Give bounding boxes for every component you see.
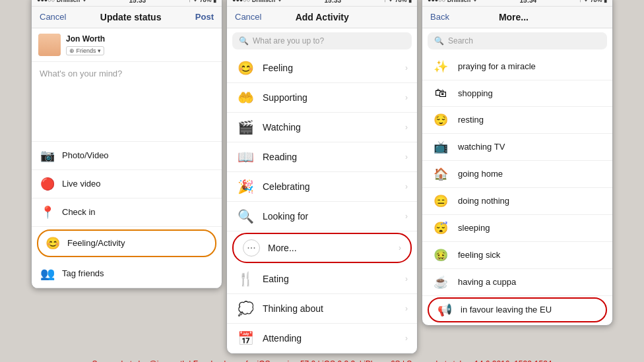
praying-label: praying for a miracle	[458, 61, 536, 71]
user-name: Jon Worth	[66, 34, 105, 44]
doing-nothing-icon: 😑	[432, 194, 450, 208]
feeling-sick-label: feeling sick	[458, 250, 500, 260]
carrier-1: ●●●○○ Drillisch ✦	[37, 0, 87, 3]
phone-2: ●●●○○ Drillisch ✦ 15:33 ↑ ✦ 78% ▮ Cancel…	[226, 0, 418, 354]
chevron-feeling: ›	[405, 63, 408, 73]
nav-bar-2: Cancel Add Activity	[227, 7, 417, 28]
list-item-feeling[interactable]: 😊 Feeling ›	[227, 53, 417, 83]
list-item-eating[interactable]: 🍴 Eating ›	[227, 264, 417, 294]
search-placeholder-3: Search	[448, 36, 473, 45]
eating-label: Eating	[263, 274, 289, 284]
user-info: Jon Worth ⊕ Friends ▾	[66, 34, 105, 55]
thinking-icon: 💭	[236, 301, 255, 317]
cancel-button-1[interactable]: Cancel	[40, 12, 66, 22]
doing-nothing-label: doing nothing	[458, 196, 509, 206]
more-item-watching-tv[interactable]: 📺 watching TV	[422, 134, 612, 161]
nav-title-1: Update status	[100, 12, 162, 22]
search-bar-3[interactable]: 🔍 Search	[428, 32, 607, 49]
post-button[interactable]: Post	[195, 12, 214, 22]
caption: Screenshots by @jonworth | Facebook app …	[5, 359, 639, 363]
status-bar-1: ●●●○○ Drillisch ✦ 15:33 ↑ ✦ 78% ▮	[32, 0, 222, 7]
status-bar-2: ●●●○○ Drillisch ✦ 15:33 ↑ ✦ 78% ▮	[227, 0, 417, 7]
time-1: 15:33	[129, 0, 146, 4]
more-list: ✨ praying for a miracle 🛍 shopping 😌 res…	[422, 53, 612, 322]
user-row: Jon Worth ⊕ Friends ▾	[32, 28, 222, 62]
list-item-supporting[interactable]: 🤲 Supporting ›	[227, 83, 417, 113]
chevron-thinking: ›	[405, 304, 408, 313]
carrier-3: ●●●○○ Drillisch ✦	[428, 0, 478, 3]
action-check-in[interactable]: 📍 Check in	[32, 198, 222, 227]
screenshots-container: ●●●○○ Drillisch ✦ 15:33 ↑ ✦ 78% ▮ Cancel…	[31, 0, 613, 354]
icons-1: ↑ ✦ 78% ▮	[188, 0, 216, 3]
eu-label: in favour leaving the EU	[461, 305, 552, 315]
resting-label: resting	[458, 115, 484, 125]
list-item-looking[interactable]: 🔍 Looking for ›	[227, 202, 417, 231]
more-item-praying[interactable]: ✨ praying for a miracle	[422, 53, 612, 80]
thinking-label: Thinking about	[263, 303, 323, 314]
more-label: More...	[268, 243, 297, 253]
more-item-eu[interactable]: 📢 in favour leaving the EU	[428, 297, 607, 322]
friends-label: ⊕ Friends ▾	[69, 47, 101, 54]
resting-icon: 😌	[432, 113, 450, 127]
action-label-live: Live video	[62, 179, 101, 189]
nav-title-3: More...	[499, 12, 529, 22]
status-bar-3: ●●●○○ Drillisch ✦ 15:34 ↑ ✦ 78% ▮	[422, 0, 612, 7]
list-item-thinking[interactable]: 💭 Thinking about ›	[227, 294, 417, 324]
chevron-reading: ›	[405, 152, 408, 162]
location-icon: 📍	[40, 205, 55, 220]
avatar	[38, 34, 61, 56]
cuppa-label: having a cuppa	[458, 277, 516, 287]
camera-icon: 📷	[40, 148, 55, 163]
chevron-more: ›	[399, 243, 401, 253]
action-live-video[interactable]: 🔴 Live video	[32, 170, 222, 198]
action-feeling[interactable]: 😊 Feeling/Activity	[37, 229, 216, 257]
friends-badge[interactable]: ⊕ Friends ▾	[66, 46, 104, 55]
action-label-checkin: Check in	[62, 207, 96, 217]
more-item-sleeping[interactable]: 😴 sleeping	[422, 215, 612, 242]
going-home-label: going home	[458, 169, 503, 179]
sick-icon: 🤢	[432, 248, 450, 262]
watching-icon: 🎬	[236, 119, 255, 135]
icons-2: ↑ ✦ 78% ▮	[383, 0, 412, 3]
search-bar-2[interactable]: 🔍 What are you up to?	[232, 32, 412, 49]
more-item-shopping[interactable]: 🛍 shopping	[422, 80, 612, 107]
supporting-icon: 🤲	[236, 90, 255, 106]
cuppa-icon: ☕	[432, 275, 450, 289]
icons-3: ↑ ✦ 78% ▮	[579, 0, 607, 3]
status-input[interactable]: What's on your mind?	[32, 62, 222, 115]
activity-list: 😊 Feeling › 🤲 Supporting › 🎬 Watching ›	[227, 53, 417, 353]
reading-icon: 📖	[236, 149, 255, 165]
more-item-feeling-sick[interactable]: 🤢 feeling sick	[422, 242, 612, 269]
shopping-icon: 🛍	[432, 86, 450, 100]
time-3: 15:34	[520, 0, 537, 4]
attending-label: Attending	[263, 333, 302, 344]
eating-icon: 🍴	[236, 271, 255, 287]
more-item-doing-nothing[interactable]: 😑 doing nothing	[422, 188, 612, 215]
list-item-attending[interactable]: 📅 Attending ›	[227, 324, 417, 353]
action-label-tag: Tag friends	[62, 268, 104, 278]
action-photo-video[interactable]: 📷 Photo/Video	[32, 142, 222, 170]
more-item-going-home[interactable]: 🏠 going home	[422, 161, 612, 188]
more-item-cuppa[interactable]: ☕ having a cuppa	[422, 269, 612, 296]
feeling-icon: 😊	[45, 236, 61, 251]
list-item-watching[interactable]: 🎬 Watching ›	[227, 113, 417, 142]
list-item-more[interactable]: ··· More... ›	[232, 233, 412, 263]
sleeping-icon: 😴	[432, 221, 450, 235]
search-icon-3: 🔍	[434, 36, 444, 45]
chevron-looking: ›	[405, 212, 408, 221]
phone-3: ●●●○○ Drillisch ✦ 15:34 ↑ ✦ 78% ▮ Back M…	[422, 0, 613, 326]
action-list-1: 📷 Photo/Video 🔴 Live video 📍 Check in 😊 …	[32, 141, 222, 288]
sleeping-label: sleeping	[458, 223, 490, 233]
chevron-celebrating: ›	[405, 182, 408, 191]
reading-label: Reading	[263, 152, 297, 162]
more-item-resting[interactable]: 😌 resting	[422, 107, 612, 134]
list-item-celebrating[interactable]: 🎉 Celebrating ›	[227, 172, 417, 202]
nav-bar-3: Back More...	[422, 7, 612, 28]
action-tag-friends[interactable]: 👥 Tag friends	[32, 260, 222, 288]
live-icon: 🔴	[40, 177, 55, 191]
back-button[interactable]: Back	[430, 12, 449, 22]
feeling-list-icon: 😊	[236, 60, 255, 76]
list-item-reading[interactable]: 📖 Reading ›	[227, 142, 417, 172]
avatar-face	[38, 34, 61, 56]
cancel-button-2[interactable]: Cancel	[235, 12, 261, 22]
